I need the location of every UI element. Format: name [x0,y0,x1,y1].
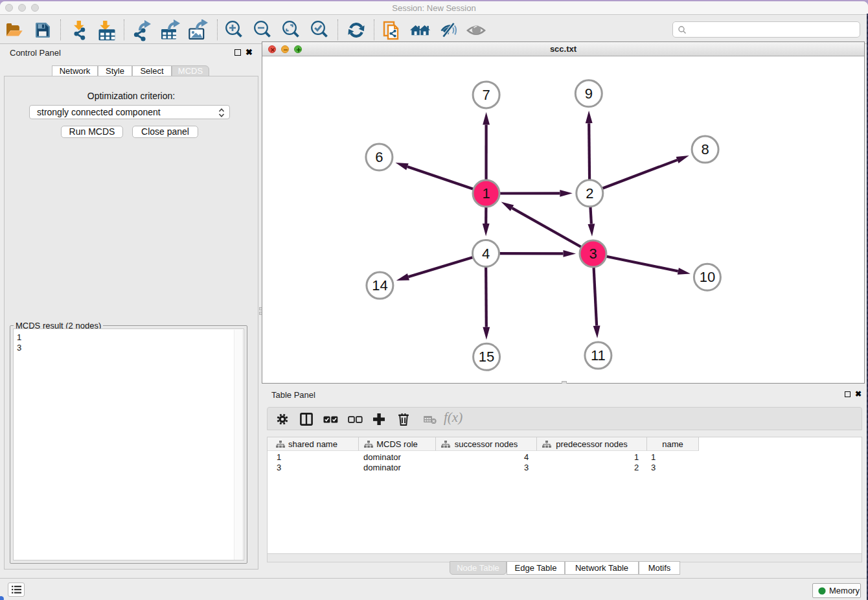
svg-text:8: 8 [701,141,709,157]
svg-text:11: 11 [591,347,606,363]
svg-text:6: 6 [375,149,383,165]
svg-text:2: 2 [586,185,593,202]
svg-text:15: 15 [479,349,494,365]
svg-text:14: 14 [372,277,387,294]
svg-text:3: 3 [589,246,597,262]
svg-text:10: 10 [700,269,715,285]
svg-text:1: 1 [482,185,490,202]
svg-text:9: 9 [585,86,593,102]
svg-text:4: 4 [482,246,490,262]
svg-text:7: 7 [482,87,490,103]
